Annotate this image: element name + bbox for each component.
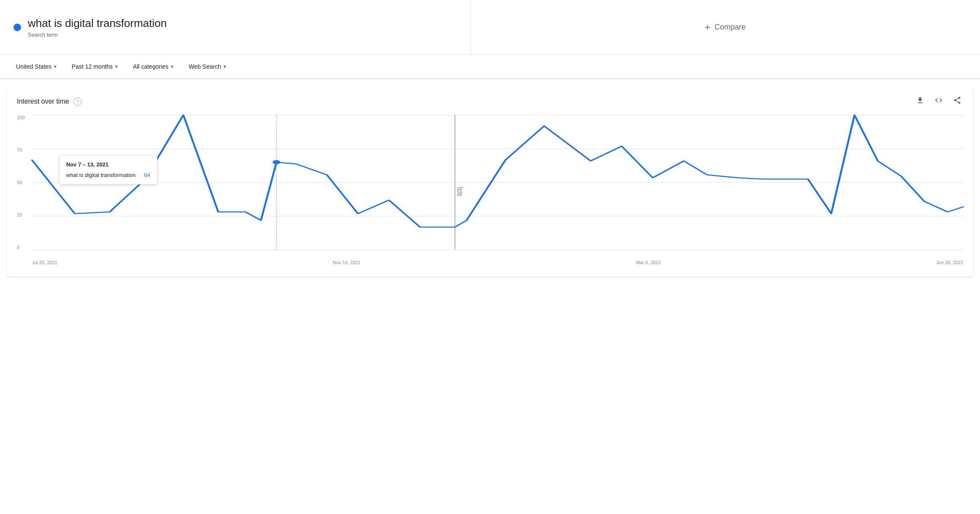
chart-title: Interest over time (17, 98, 69, 105)
chart-title-group: Interest over time ? (17, 97, 82, 106)
y-axis-labels: 0 25 50 75 100 (17, 115, 30, 250)
x-label-jun2022: Jun 26, 2022 (936, 260, 963, 265)
svg-text:Note: Note (455, 187, 465, 196)
share-button[interactable] (951, 94, 963, 108)
y-label-100: 100 (17, 115, 30, 120)
y-label-75: 75 (17, 147, 30, 153)
plus-icon: + (705, 22, 710, 33)
y-label-25: 25 (17, 212, 30, 217)
y-label-50: 50 (17, 180, 30, 185)
time-range-chevron-icon: ▾ (115, 64, 118, 70)
category-label: All categories (133, 63, 168, 70)
category-filter[interactable]: All categories ▾ (127, 60, 179, 73)
location-label: United States (16, 63, 51, 70)
tooltip-box: Nov 7 – 13, 2021 what is digital transfo… (59, 155, 157, 185)
x-label-jul2021: Jul 25, 2021 (32, 260, 57, 265)
tooltip-date: Nov 7 – 13, 2021 (66, 161, 150, 168)
embed-button[interactable] (933, 94, 945, 108)
y-label-0: 0 (17, 245, 30, 250)
filters-bar: United States ▾ Past 12 months ▾ All cat… (0, 55, 980, 79)
chart-section: Interest over time ? 0 25 50 75 100 (7, 86, 973, 277)
time-range-filter[interactable]: Past 12 months ▾ (66, 60, 124, 73)
compare-label: Compare (714, 23, 746, 32)
search-term-info: what is digital transformation Search te… (28, 17, 167, 38)
search-term-section: what is digital transformation Search te… (0, 0, 471, 54)
compare-button[interactable]: + Compare (471, 0, 980, 54)
location-chevron-icon: ▾ (54, 64, 57, 70)
search-type-chevron-icon: ▾ (223, 64, 226, 70)
chart-actions (914, 94, 963, 108)
search-term-name: what is digital transformation (28, 17, 167, 30)
help-icon[interactable]: ? (73, 97, 82, 106)
chart-header: Interest over time ? (17, 94, 963, 108)
x-axis-labels: Jul 25, 2021 Nov 14, 2021 Mar 6, 2022 Ju… (32, 252, 963, 267)
search-type-label: Web Search (188, 63, 221, 70)
tooltip-value: 64 (144, 172, 150, 178)
term-dot-indicator (13, 24, 21, 31)
download-button[interactable] (914, 94, 926, 108)
chart-area: 0 25 50 75 100 Note (17, 115, 963, 267)
search-type-filter[interactable]: Web Search ▾ (183, 60, 232, 73)
category-chevron-icon: ▾ (171, 64, 173, 70)
chart-svg: Note (32, 115, 963, 250)
x-label-nov2021: Nov 14, 2021 (333, 260, 360, 265)
svg-point-8 (272, 160, 280, 164)
search-term-sublabel: Search term (28, 32, 167, 38)
time-range-label: Past 12 months (72, 63, 113, 70)
x-label-mar2022: Mar 6, 2022 (636, 260, 661, 265)
location-filter[interactable]: United States ▾ (10, 60, 62, 73)
tooltip-term: what is digital transformation (66, 172, 136, 178)
tooltip-row: what is digital transformation 64 (66, 172, 150, 178)
